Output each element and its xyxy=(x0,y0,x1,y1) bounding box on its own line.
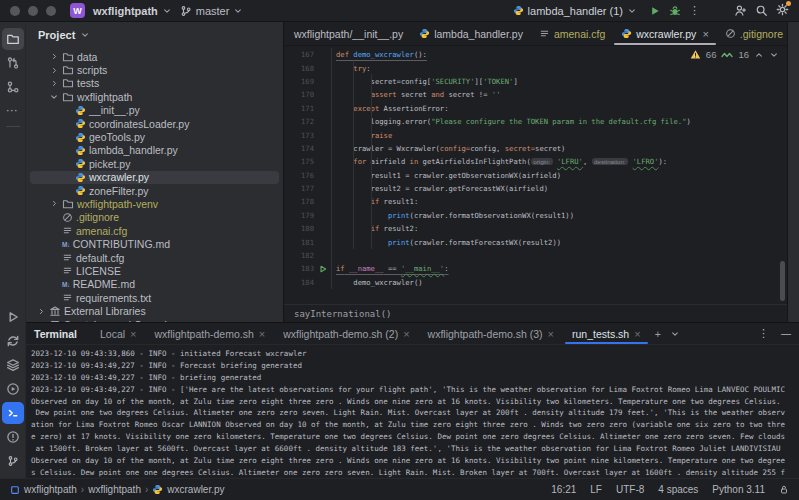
more-actions-button[interactable]: ⋮ xyxy=(689,5,700,16)
window-minimize-button[interactable] xyxy=(28,6,38,16)
tool-window-button-more-tool-windows[interactable]: ··· xyxy=(2,100,24,122)
line-number[interactable]: 182 xyxy=(284,251,314,260)
terminal-tab-wxflightpath-demo-sh-2-[interactable]: wxflightpath-demo.sh (2)× xyxy=(274,323,418,344)
terminal-options-button[interactable]: ⋮ xyxy=(758,328,769,339)
tool-window-button-services[interactable] xyxy=(2,354,24,376)
editor-breadcrumbs[interactable]: sayInternational() xyxy=(284,304,787,322)
line-number[interactable]: 178 xyxy=(284,197,314,206)
window-close-button[interactable] xyxy=(10,6,20,16)
code-line-183[interactable]: 183if __name__ == '__main__': xyxy=(284,262,787,275)
line-number[interactable]: 184 xyxy=(284,278,314,287)
terminal-output[interactable]: 2023-12-10 09:43:33,860 - INFO - initiat… xyxy=(26,345,799,478)
line-number[interactable]: 172 xyxy=(284,117,314,126)
tree-item-coordinatesloader-py[interactable]: coordinatesLoader.py xyxy=(30,117,279,130)
chevron-down-icon[interactable] xyxy=(80,30,90,40)
status-interpreter[interactable]: Python 3.11 xyxy=(712,484,765,495)
status-line-ending[interactable]: LF xyxy=(590,484,602,495)
terminal-tab-run-tests-sh[interactable]: run_tests.sh× xyxy=(563,323,650,344)
tool-window-button-run[interactable] xyxy=(2,306,24,328)
close-tab-button[interactable]: × xyxy=(130,328,136,340)
code-line-179[interactable]: 179 print(crawler.formatObservationWX(re… xyxy=(284,209,787,222)
branch-widget[interactable]: master xyxy=(180,5,244,17)
code-line-175[interactable]: 175 for airfield in getAirfieldsInFlight… xyxy=(284,155,787,168)
code-line-171[interactable]: 171 except AssertionError: xyxy=(284,102,787,115)
line-number[interactable]: 177 xyxy=(284,184,314,193)
tool-window-button-problems[interactable] xyxy=(2,426,24,448)
editor-tab-lambda-handler-py[interactable]: lambda_handler.py xyxy=(411,22,531,45)
line-number[interactable]: 175 xyxy=(284,157,314,166)
line-number[interactable]: 174 xyxy=(284,144,314,153)
tree-item-license[interactable]: LICENSE xyxy=(30,264,279,277)
code-line-170[interactable]: 170 assert secret and secret != '' xyxy=(284,88,787,101)
tool-window-button-pull-requests[interactable] xyxy=(2,52,24,74)
new-terminal-tab-button[interactable]: + xyxy=(650,323,666,344)
tree-item-amenai-cfg[interactable]: amenai.cfg xyxy=(30,224,279,237)
code-line-176[interactable]: 176 result1 = crawler.getObservationWX(a… xyxy=(284,169,787,182)
line-number[interactable]: 167 xyxy=(284,50,314,59)
code-editor[interactable]: 167def demo_wxcrawler():168 try:169 secr… xyxy=(284,46,787,304)
chevron-right-icon[interactable] xyxy=(49,52,59,61)
chevron-down-icon[interactable] xyxy=(49,92,59,102)
editor-tab-wxcrawler-py[interactable]: wxcrawler.py× xyxy=(613,22,717,45)
tool-window-button-structure[interactable] xyxy=(2,76,24,98)
code-line-180[interactable]: 180 if result2: xyxy=(284,222,787,235)
close-tab-button[interactable]: × xyxy=(634,328,640,340)
tree-item-zonefilter-py[interactable]: zoneFilter.py xyxy=(30,184,279,197)
tree-item-requirements-txt[interactable]: requirements.txt xyxy=(30,291,279,304)
tree-item-external-libraries[interactable]: External Libraries xyxy=(30,304,279,317)
tool-window-button-project[interactable] xyxy=(2,28,24,50)
code-line-184[interactable]: 184 demo_wxcrawler() xyxy=(284,276,787,289)
line-number[interactable]: 168 xyxy=(284,64,314,73)
tree-item-contributing-md[interactable]: M↓CONTRIBUTING.md xyxy=(30,237,279,250)
tool-window-button-python-console[interactable] xyxy=(2,378,24,400)
next-problem-button[interactable] xyxy=(769,50,779,60)
code-line-173[interactable]: 173 raise xyxy=(284,128,787,141)
tool-window-button-version-control[interactable] xyxy=(2,450,24,472)
code-line-174[interactable]: 174 crawler = Wxcrawler(config=config, s… xyxy=(284,142,787,155)
run-configuration-selector[interactable]: lambda_handler (1) xyxy=(513,5,637,17)
tree-item-wxflightpath[interactable]: wxflightpath xyxy=(30,90,279,103)
code-with-me-button[interactable] xyxy=(734,4,747,17)
tree-item-tests[interactable]: tests xyxy=(30,77,279,90)
project-switcher[interactable]: wxflightpath xyxy=(93,5,172,17)
tree-item--init-py[interactable]: __init__.py xyxy=(30,104,279,117)
settings-button[interactable] xyxy=(776,3,789,18)
breadcrumb-wxflightpath[interactable]: wxflightpath xyxy=(88,484,141,495)
tree-item-picket-py[interactable]: picket.py xyxy=(30,157,279,170)
editor-scrollbar[interactable] xyxy=(780,261,785,301)
line-number[interactable]: 183 xyxy=(284,264,314,273)
tool-window-button-terminal[interactable] xyxy=(2,402,24,424)
tool-window-button-python-packages[interactable] xyxy=(2,330,24,352)
line-number[interactable]: 171 xyxy=(284,104,314,113)
terminal-tab-dropdown[interactable] xyxy=(666,323,684,344)
code-line-181[interactable]: 181 print(crawler.formatForecastWX(resul… xyxy=(284,235,787,248)
tree-item-data[interactable]: data xyxy=(30,50,279,63)
terminal-tab-local[interactable]: Local× xyxy=(91,323,146,344)
run-button[interactable] xyxy=(649,5,661,17)
breadcrumb-wxflightpath[interactable]: wxflightpath xyxy=(10,484,77,495)
tree-item-scripts[interactable]: scripts xyxy=(30,63,279,76)
terminal-tab-wxflightpath-demo-sh[interactable]: wxflightpath-demo.sh× xyxy=(146,323,275,344)
code-line-172[interactable]: 172 logging.error("Please configure the … xyxy=(284,115,787,128)
editor-tab-amenai-cfg[interactable]: amenai.cfg xyxy=(531,22,613,45)
tree-item-default-cfg[interactable]: default.cfg xyxy=(30,251,279,264)
tree-item-wxcrawler-py[interactable]: wxcrawler.py xyxy=(30,171,279,184)
chevron-right-icon[interactable] xyxy=(49,199,59,208)
terminal-tab-wxflightpath-demo-sh-3-[interactable]: wxflightpath-demo.sh (3)× xyxy=(419,323,563,344)
chevron-right-icon[interactable] xyxy=(49,79,59,88)
line-number[interactable]: 173 xyxy=(284,131,314,140)
breadcrumb-wxcrawler-py[interactable]: wxcrawler.py xyxy=(152,484,224,495)
line-number[interactable]: 170 xyxy=(284,90,314,99)
editor-tab-wxflightpath-init-py[interactable]: wxflightpath/__init__.py xyxy=(286,22,411,45)
editor-tab-re[interactable]: re xyxy=(791,22,799,45)
editor-tab--gitignore[interactable]: .gitignore xyxy=(717,22,791,45)
debug-button[interactable] xyxy=(669,5,681,17)
tree-item-lambda-handler-py[interactable]: lambda_handler.py xyxy=(30,144,279,157)
previous-problem-button[interactable] xyxy=(754,50,764,60)
tree-item-geotools-py[interactable]: geoTools.py xyxy=(30,130,279,143)
tree-item--gitignore[interactable]: .gitignore xyxy=(30,211,279,224)
status-indent-style[interactable]: 4 spaces xyxy=(658,484,698,495)
line-number[interactable]: 179 xyxy=(284,211,314,220)
code-line-182[interactable]: 182 xyxy=(284,249,787,262)
line-number[interactable]: 176 xyxy=(284,171,314,180)
